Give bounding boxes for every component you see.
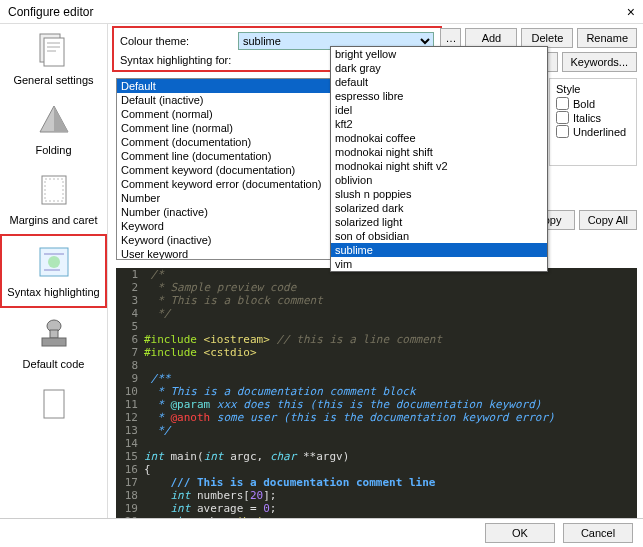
- svg-rect-16: [44, 390, 64, 418]
- delete-button[interactable]: Delete: [521, 28, 573, 48]
- style-group: Style Bold Italics Underlined: [549, 78, 637, 166]
- doc-icon: [30, 384, 78, 424]
- italics-checkbox[interactable]: Italics: [556, 111, 630, 124]
- highlight-icon: [30, 242, 78, 282]
- svg-marker-6: [54, 106, 68, 132]
- dialog-footer: OK Cancel: [0, 518, 643, 546]
- option[interactable]: slush n poppies: [331, 187, 547, 201]
- sidebar-item-general[interactable]: General settings: [0, 24, 107, 94]
- sidebar-item-syntax[interactable]: Syntax highlighting: [0, 234, 107, 308]
- sidebar-item-margins[interactable]: Margins and caret: [0, 164, 107, 234]
- sidebar-item-label: Folding: [2, 144, 105, 156]
- option[interactable]: oblivion: [331, 173, 547, 187]
- option[interactable]: solarized dark: [331, 201, 547, 215]
- sidebar-item-label: General settings: [2, 74, 105, 86]
- option[interactable]: modnokai night shift: [331, 145, 547, 159]
- theme-dropdown[interactable]: bright yellow dark gray default espresso…: [330, 46, 548, 272]
- bold-checkbox[interactable]: Bold: [556, 97, 630, 110]
- style-header: Style: [556, 83, 630, 95]
- option[interactable]: sublime: [331, 243, 547, 257]
- origami-icon: [30, 100, 78, 140]
- option[interactable]: espresso libre: [331, 89, 547, 103]
- keywords-button[interactable]: Keywords...: [562, 52, 637, 72]
- cancel-button[interactable]: Cancel: [563, 523, 633, 543]
- stamp-icon: [30, 314, 78, 354]
- rename-button[interactable]: Rename: [577, 28, 637, 48]
- main-panel: Colour theme: sublime Syntax highlightin…: [108, 24, 643, 518]
- syntax-for-label: Syntax highlighting for:: [120, 54, 232, 66]
- window-title: Configure editor: [8, 5, 93, 19]
- page-icon: [30, 170, 78, 210]
- sidebar-item-more[interactable]: [0, 378, 107, 436]
- underlined-checkbox[interactable]: Underlined: [556, 125, 630, 138]
- option[interactable]: dark gray: [331, 61, 547, 75]
- ok-button[interactable]: OK: [485, 523, 555, 543]
- svg-rect-15: [42, 338, 66, 346]
- close-icon[interactable]: ×: [627, 4, 635, 20]
- title-bar: Configure editor ×: [0, 0, 643, 24]
- sidebar-item-folding[interactable]: Folding: [0, 94, 107, 164]
- add-button[interactable]: Add: [465, 28, 517, 48]
- option[interactable]: modnokai night shift v2: [331, 159, 547, 173]
- more-button[interactable]: …: [440, 28, 461, 48]
- sidebar: General settings Folding Margins and car…: [0, 24, 108, 518]
- option[interactable]: bright yellow: [331, 47, 547, 61]
- option[interactable]: modnokai coffee: [331, 131, 547, 145]
- document-icon: [30, 30, 78, 70]
- svg-rect-14: [50, 330, 58, 338]
- svg-rect-1: [44, 38, 64, 66]
- svg-rect-7: [42, 176, 66, 204]
- option[interactable]: idel: [331, 103, 547, 117]
- sidebar-item-default-code[interactable]: Default code: [0, 308, 107, 378]
- svg-point-10: [48, 256, 60, 268]
- option[interactable]: vim: [331, 257, 547, 271]
- copy-all-button[interactable]: Copy All: [579, 210, 637, 230]
- sidebar-item-label: Syntax highlighting: [4, 286, 103, 298]
- option[interactable]: son of obsidian: [331, 229, 547, 243]
- option[interactable]: default: [331, 75, 547, 89]
- theme-label: Colour theme:: [120, 35, 232, 47]
- sidebar-item-label: Margins and caret: [2, 214, 105, 226]
- sidebar-item-label: Default code: [2, 358, 105, 370]
- code-preview: 1 /* 2 * Sample preview code 3 * This is…: [116, 268, 637, 518]
- option[interactable]: kft2: [331, 117, 547, 131]
- option[interactable]: solarized light: [331, 215, 547, 229]
